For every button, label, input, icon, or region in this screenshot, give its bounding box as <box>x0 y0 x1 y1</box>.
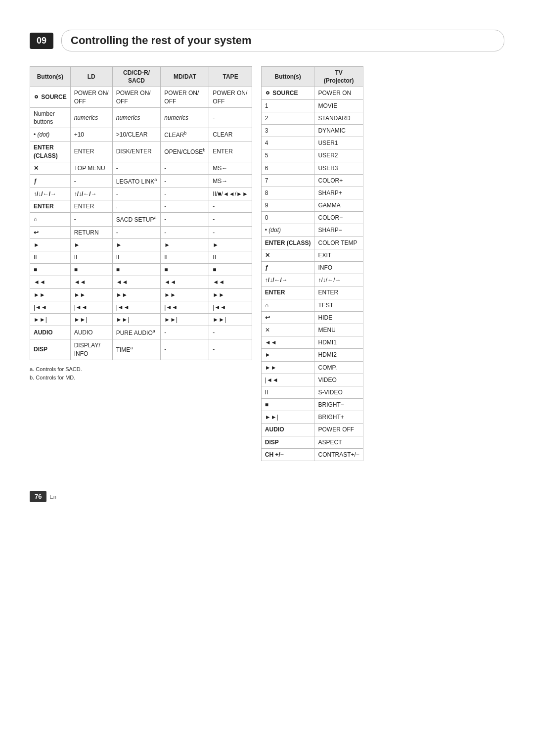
table-row: • (dot) +10 >10/CLEAR CLEARb CLEAR <box>30 128 252 142</box>
tables-row: Button(s) LD CD/CD-R/SACD MD/DAT TAPE ⭘ … <box>30 66 504 461</box>
table-row: ■ BRIGHT− <box>261 399 363 411</box>
table-row: 6 USER3 <box>261 162 363 174</box>
table-row: ENTER ENTER <box>261 286 363 299</box>
table-row: II S-VIDEO <box>261 386 363 398</box>
page-footer: 76 En <box>30 491 504 502</box>
col-tape: TAPE <box>209 67 252 87</box>
page-number: 76 <box>30 491 46 502</box>
table-row: ENTER(CLASS) ENTER DISK/ENTER OPEN/CLOSE… <box>30 142 252 162</box>
table-row: CH +/− CONTRAST+/− <box>261 448 363 461</box>
chapter-title: Controlling the rest of your system <box>61 30 504 51</box>
table-row: ENTER (CLASS) COLOR TEMP <box>261 236 363 249</box>
table-row: ✕ TOP MENU - - MS← <box>30 162 252 174</box>
table-row: ↩ HIDE <box>261 311 363 324</box>
footnote-b: b. Controls for MD. <box>30 374 252 382</box>
table-row: ⌂ - SACD SETUPa - - <box>30 213 252 226</box>
table-row: ◄◄ ◄◄ ◄◄ ◄◄ ◄◄ <box>30 276 252 288</box>
table-row: ◄◄ HDMI1 <box>261 336 363 349</box>
page-header: 09 Controlling the rest of your system <box>30 30 504 51</box>
table-row: 7 COLOR+ <box>261 174 363 187</box>
table-row: 5 USER2 <box>261 149 363 162</box>
col-tv: TV(Projector) <box>314 67 363 87</box>
col-buttons: Button(s) <box>30 67 71 87</box>
table-row: 9 GAMMA <box>261 199 363 212</box>
left-table-container: Button(s) LD CD/CD-R/SACD MD/DAT TAPE ⭘ … <box>30 66 252 382</box>
table-row: ƒ - LEGATO LINKa - MS→ <box>30 174 252 188</box>
col-cd: CD/CD-R/SACD <box>112 67 161 87</box>
table-row: ►►| BRIGHT+ <box>261 411 363 424</box>
table-row: ↑/↓/←/→ ↑/↓/←/→ <box>261 274 363 286</box>
table-row: AUDIO AUDIO PURE AUDIOa - - <box>30 326 252 339</box>
table-row: II II II II II <box>30 251 252 264</box>
page-language: En <box>49 494 56 500</box>
footnote-a: a. Controls for SACD. <box>30 365 252 374</box>
table-row: 3 DYNAMIC <box>261 124 363 137</box>
table-row: ⭘ SOURCE POWER ON/OFF POWER ON/OFF POWER… <box>30 87 252 107</box>
table-row: AUDIO POWER OFF <box>261 424 363 436</box>
table-row: ENTER ENTER . - - <box>30 200 252 213</box>
table-row: ✕ MENU <box>261 324 363 336</box>
table-row: ► ► ► ► ► <box>30 238 252 251</box>
chapter-number: 09 <box>30 33 53 49</box>
table-row: ►► ►► ►► ►► ►► <box>30 288 252 301</box>
table-row: Numberbuttons numerics numerics numerics… <box>30 107 252 128</box>
table-row: |◄◄ |◄◄ |◄◄ |◄◄ |◄◄ <box>30 301 252 313</box>
table-row: 8 SHARP+ <box>261 187 363 199</box>
left-table: Button(s) LD CD/CD-R/SACD MD/DAT TAPE ⭘ … <box>30 66 252 360</box>
table-row: DISP ASPECT <box>261 436 363 448</box>
table-row: ✕ EXIT <box>261 249 363 261</box>
footnotes: a. Controls for SACD. b. Controls for MD… <box>30 365 252 382</box>
table-row: ■ ■ ■ ■ ■ <box>30 264 252 276</box>
table-row: ⭘ SOURCE POWER ON <box>261 87 363 99</box>
table-row: |◄◄ VIDEO <box>261 374 363 386</box>
table-row: ►► COMP. <box>261 361 363 374</box>
table-row: 0 COLOR− <box>261 212 363 224</box>
right-table-container: Button(s) TV(Projector) ⭘ SOURCE POWER O… <box>261 66 363 461</box>
col-ld: LD <box>70 67 112 87</box>
table-row: ↑/↓/←/→ ↑/↓/←/→ - - II/■/◄◄/►► <box>30 188 252 200</box>
table-row: ⌂ TEST <box>261 299 363 311</box>
table-row: 4 USER1 <box>261 137 363 149</box>
table-row: ↩ RETURN - - - <box>30 226 252 238</box>
table-row: • (dot) SHARP− <box>261 224 363 236</box>
table-row: DISP DISPLAY/INFO TIMEa - - <box>30 339 252 360</box>
table-row: ►►| ►►| ►►| ►►| ►►| <box>30 313 252 326</box>
right-table: Button(s) TV(Projector) ⭘ SOURCE POWER O… <box>261 66 363 461</box>
table-row: ► HDMI2 <box>261 349 363 361</box>
table-row: ƒ INFO <box>261 262 363 274</box>
col-md: MD/DAT <box>161 67 209 87</box>
table-row: 1 MOVIE <box>261 99 363 112</box>
table-row: 2 STANDARD <box>261 112 363 124</box>
col-buttons-right: Button(s) <box>261 67 314 87</box>
